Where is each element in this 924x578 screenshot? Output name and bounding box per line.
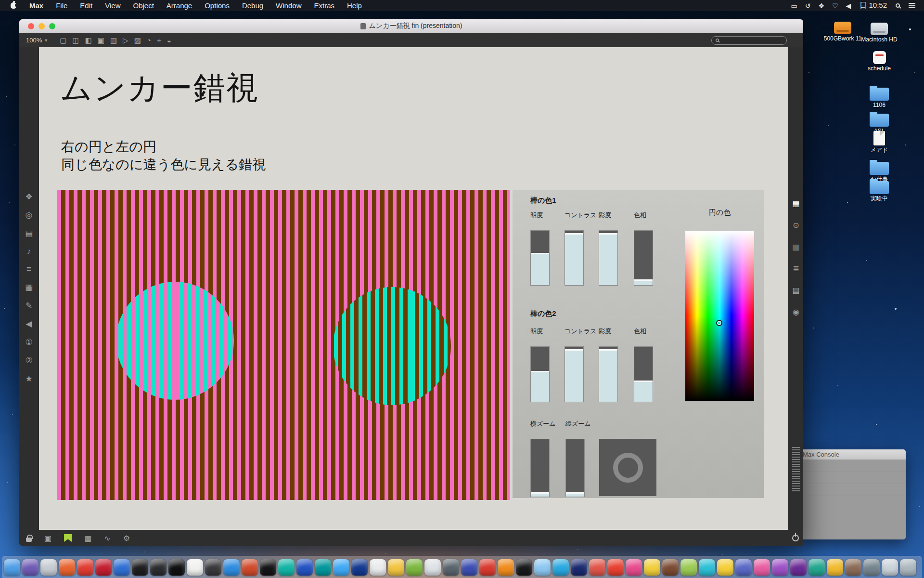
menu-item-object[interactable]: Object (127, 1, 160, 10)
layers-icon[interactable]: ▣ (44, 534, 51, 543)
toggle-icon[interactable]: ▣ (98, 36, 104, 45)
display-mirroring-icon[interactable]: ▭ (791, 2, 797, 10)
dock-app-49-icon[interactable] (882, 559, 898, 576)
metro-icon[interactable]: ◔ (147, 36, 151, 44)
panel-icon[interactable]: ▨ (134, 36, 141, 45)
menu-item-file[interactable]: File (50, 1, 74, 10)
snapshot-icon[interactable]: ◉ (793, 307, 799, 316)
columns-icon[interactable]: ▥ (792, 242, 799, 251)
slider-横ズーム[interactable] (530, 439, 550, 497)
dock-app-9-icon[interactable] (150, 559, 167, 576)
number-box-icon[interactable]: ▥ (110, 36, 117, 45)
dock-app-35-icon[interactable] (626, 559, 642, 576)
color-picker-cursor[interactable] (716, 320, 722, 326)
dock-app-29-icon[interactable] (516, 559, 532, 576)
slider-彩度[interactable] (599, 230, 618, 286)
dock-app-3-icon[interactable] (40, 559, 57, 576)
slider-色相[interactable] (634, 230, 653, 286)
zoom-button[interactable] (49, 23, 55, 29)
dock-app-30-icon[interactable] (534, 559, 551, 576)
notification-heart-icon[interactable]: ♡ (832, 2, 838, 10)
menu-item-edit[interactable]: Edit (74, 1, 99, 10)
desktop-icon-1106[interactable]: 1106 (857, 85, 901, 108)
slider-縦ズーム[interactable] (565, 439, 585, 497)
dock-app-50-icon[interactable] (900, 559, 916, 576)
dock-app-39-icon[interactable] (699, 559, 715, 576)
menu-item-window[interactable]: Window (270, 1, 308, 10)
dock-app-23-icon[interactable] (406, 559, 423, 576)
dock-app-41-icon[interactable] (735, 559, 752, 576)
presentation-mode-icon[interactable] (64, 534, 72, 542)
dock-app-14-icon[interactable] (242, 559, 258, 576)
desktop-icon-実験中[interactable]: 実験中 (857, 178, 901, 202)
circle-one-icon[interactable]: ① (25, 337, 32, 347)
zoom-dial[interactable] (599, 439, 656, 496)
attachment-icon[interactable]: ✎ (26, 301, 32, 311)
circle-two-icon[interactable]: ② (25, 355, 32, 366)
dock-app-33-icon[interactable] (589, 559, 605, 576)
slider-明度[interactable] (530, 346, 550, 402)
audio-power-icon[interactable] (792, 535, 799, 541)
add-object-icon[interactable]: + (157, 36, 161, 44)
lock-icon[interactable] (26, 538, 32, 542)
zoom-level-control[interactable]: 100%▼ (19, 37, 54, 44)
play-icon[interactable]: ▷ (123, 36, 128, 45)
paint-bucket-icon[interactable]: ◒ (167, 36, 171, 44)
dock-app-47-icon[interactable] (845, 559, 861, 576)
dock-app-11-icon[interactable] (187, 559, 203, 576)
dock-app-13-icon[interactable] (223, 559, 240, 576)
message-box-icon[interactable]: ◫ (72, 36, 79, 45)
slider-彩度[interactable] (599, 346, 618, 402)
dock-app-27-icon[interactable] (479, 559, 496, 576)
dock-app-42-icon[interactable] (754, 559, 770, 576)
search-input[interactable] (722, 37, 783, 44)
dock-app-8-icon[interactable] (132, 559, 148, 576)
notification-center-icon[interactable] (909, 3, 915, 8)
media-icon[interactable]: ▦ (25, 282, 33, 292)
dock-app-2-icon[interactable] (22, 559, 38, 576)
dock-app-45-icon[interactable] (808, 559, 825, 576)
slider-明度[interactable] (530, 230, 550, 286)
menu-item-options[interactable]: Options (198, 1, 236, 10)
dock-app-24-icon[interactable] (424, 559, 441, 576)
slider-色相[interactable] (634, 346, 653, 402)
dock-app-44-icon[interactable] (790, 559, 807, 576)
inspector-target-icon[interactable]: ◎ (26, 210, 33, 220)
max-console-title[interactable]: Max Console (798, 449, 906, 460)
dock-app-40-icon[interactable] (717, 559, 733, 576)
dock-app-16-icon[interactable] (278, 559, 295, 576)
audio-note-icon[interactable]: ♪ (27, 247, 31, 256)
menu-item-debug[interactable]: Debug (236, 1, 270, 10)
dock-app-48-icon[interactable] (863, 559, 880, 576)
dock-app-18-icon[interactable] (315, 559, 331, 576)
dock-app-12-icon[interactable] (205, 559, 221, 576)
dock-app-36-icon[interactable] (644, 559, 660, 576)
grid-icon[interactable]: ▦ (792, 199, 799, 208)
settings-wrench-icon[interactable]: ⚙ (123, 534, 130, 543)
dock-app-7-icon[interactable] (114, 559, 130, 576)
dock-app-26-icon[interactable] (461, 559, 477, 576)
spotlight-search-icon[interactable] (896, 3, 900, 8)
dock-app-46-icon[interactable] (827, 559, 843, 576)
desktop-icon-schedule[interactable]: schedule (857, 51, 901, 72)
dock-app-25-icon[interactable] (443, 559, 459, 576)
info-icon[interactable]: ⊙ (793, 221, 799, 230)
menubar-clock[interactable]: 日 10:52 (860, 1, 887, 10)
max-console-window[interactable]: Max Console (798, 449, 906, 539)
object-explorer-icon[interactable]: ❖ (25, 192, 32, 202)
dock-app-5-icon[interactable] (77, 559, 93, 576)
dock-app-1-icon[interactable] (4, 559, 20, 576)
menu-item-arrange[interactable]: Arrange (160, 1, 198, 10)
object-box-icon[interactable]: ▢ (60, 36, 66, 45)
dock-app-6-icon[interactable] (95, 559, 112, 576)
menu-item-view[interactable]: View (99, 1, 127, 10)
slider-コントラスト[interactable] (565, 230, 584, 286)
close-button[interactable] (28, 23, 34, 29)
reference-icon[interactable]: ▤ (792, 286, 799, 295)
dock-app-38-icon[interactable] (680, 559, 697, 576)
dock-app-28-icon[interactable] (498, 559, 514, 576)
favorites-star-icon[interactable]: ★ (25, 374, 32, 384)
filter-icon[interactable]: ≡ (26, 264, 31, 274)
dock-app-10-icon[interactable] (168, 559, 185, 576)
comment-icon[interactable]: ◧ (85, 36, 92, 45)
